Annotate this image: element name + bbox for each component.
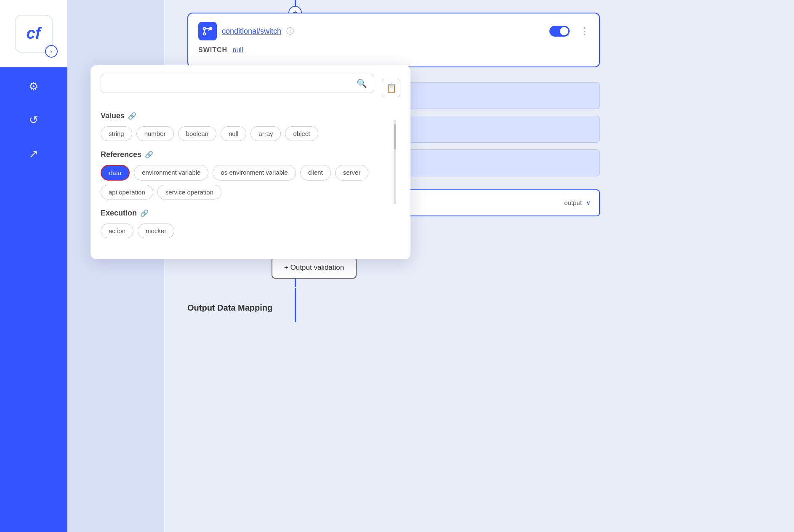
clipboard-button[interactable]: 📋: [382, 79, 400, 97]
references-link-icon: 🔗: [145, 151, 153, 159]
scrollbar-thumb[interactable]: [394, 124, 396, 149]
reference-picker-popup: 🔍 📋 Values 🔗 string number boolean null …: [91, 65, 410, 259]
canvas: + conditional/switch ⓘ ⋮ SWITCH null: [67, 0, 794, 532]
switch-icon: [202, 26, 213, 37]
switch-value[interactable]: null: [233, 46, 243, 53]
tag-api-operation[interactable]: api operation: [101, 185, 153, 200]
tag-action[interactable]: action: [101, 223, 133, 238]
switch-label: SWITCH: [198, 46, 227, 53]
switch-row: SWITCH null: [198, 46, 589, 54]
node-type-icon: [198, 22, 217, 40]
search-bar: 🔍: [101, 74, 374, 93]
node-title[interactable]: conditional/switch: [222, 27, 281, 36]
search-input[interactable]: [108, 79, 352, 88]
connector-line-below-output: [295, 288, 296, 322]
tag-string[interactable]: string: [101, 126, 132, 141]
logo-text: cf: [27, 24, 41, 43]
execution-section-title: Execution 🔗: [101, 209, 400, 218]
execution-tags-row: action mocker: [101, 223, 400, 238]
history-icon[interactable]: ↺: [23, 109, 44, 130]
tag-client[interactable]: client: [300, 165, 331, 181]
expand-button[interactable]: ›: [45, 45, 58, 58]
references-section-title: References 🔗: [101, 150, 400, 159]
output-validation-button[interactable]: + Output validation: [272, 257, 357, 279]
values-section-title: Values 🔗: [101, 112, 400, 120]
execution-link-icon: 🔗: [140, 209, 149, 217]
tag-data[interactable]: data: [101, 165, 130, 181]
tag-object[interactable]: object: [285, 126, 318, 141]
tag-null[interactable]: null: [221, 126, 246, 141]
logo-area: cf ›: [0, 0, 67, 67]
references-tags-row: data environment variable os environment…: [101, 165, 400, 200]
scrollbar-track[interactable]: [394, 120, 396, 204]
values-link-icon: 🔗: [128, 112, 136, 120]
node-header: conditional/switch ⓘ ⋮: [198, 22, 589, 40]
tag-environment-variable[interactable]: environment variable: [134, 165, 208, 181]
tag-mocker[interactable]: mocker: [138, 223, 174, 238]
info-icon[interactable]: ⓘ: [286, 26, 294, 36]
tag-server[interactable]: server: [335, 165, 369, 181]
node-toggle[interactable]: [549, 26, 570, 37]
output-label: output ∨: [564, 199, 591, 207]
node-menu-button[interactable]: ⋮: [580, 26, 589, 37]
tag-array[interactable]: array: [250, 126, 281, 141]
tag-number[interactable]: number: [136, 126, 174, 141]
tag-os-environment-variable[interactable]: os environment variable: [213, 165, 296, 181]
tag-boolean[interactable]: boolean: [178, 126, 216, 141]
logo-box: cf ›: [15, 15, 53, 53]
export-icon[interactable]: ↗: [23, 143, 44, 164]
settings-icon[interactable]: ⚙: [23, 76, 44, 97]
values-tags-row: string number boolean null array object: [101, 126, 400, 141]
node-card: conditional/switch ⓘ ⋮ SWITCH null: [187, 13, 600, 67]
tag-service-operation[interactable]: service operation: [157, 185, 221, 200]
output-data-mapping-label: Output Data Mapping: [187, 303, 272, 313]
sidebar-blue-section: ⚙ ↺ ↗: [0, 67, 67, 532]
search-icon: 🔍: [357, 78, 367, 88]
sidebar: cf › ⚙ ↺ ↗: [0, 0, 67, 532]
